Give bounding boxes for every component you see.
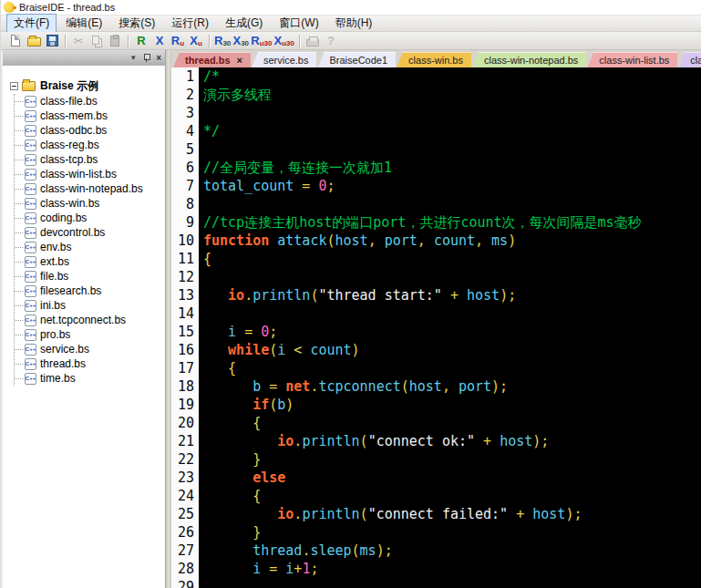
code-token [203, 488, 253, 504]
tree-item-class-win.bs[interactable]: C++class-win.bs [15, 196, 165, 211]
tree-item-label: ini.bs [40, 299, 66, 312]
tree-item-label: class-tcp.bs [40, 153, 98, 166]
tree-item-class-reg.bs[interactable]: C++class-reg.bs [15, 138, 165, 152]
code-token: ( [269, 397, 277, 413]
line-number: 29 [171, 578, 194, 588]
code-token: ); [500, 287, 516, 304]
line-number: 21 [171, 432, 194, 450]
code-token: i [277, 342, 285, 358]
code-viewport[interactable]: 1234567891011121314151617181920212223242… [171, 67, 701, 588]
tree-item-env.bs[interactable]: C++env.bs [15, 240, 165, 254]
tree-item-devcontrol.bs[interactable]: C++devcontrol.bs [15, 225, 165, 240]
code-token: b [253, 378, 261, 395]
tree-branch-line [15, 364, 23, 365]
tree-item-class-file.bs[interactable]: C++class-file.bs [15, 94, 165, 108]
tab-class-mem.bs[interactable]: class-mem.bs [678, 52, 701, 67]
tree-item-label: env.bs [40, 241, 71, 253]
code-token: { [228, 360, 236, 377]
tree-item-time.bs[interactable]: C++time.bs [15, 371, 165, 386]
tree-item-class-win-notepad.bs[interactable]: C++class-win-notepad.bs [15, 181, 165, 196]
menu-item-help[interactable]: 帮助(H) [328, 14, 380, 33]
source-file-icon: C++ [25, 198, 36, 210]
menu-item-file[interactable]: 文件(F) [6, 14, 57, 33]
panel-menu-icon[interactable]: ▼ [129, 55, 137, 62]
tree-root[interactable]: Braise 示例 [10, 78, 165, 94]
code-token: i [285, 561, 294, 577]
code-line: */ [203, 122, 701, 140]
tree-branch-line [15, 145, 23, 146]
open-file-button[interactable] [26, 33, 42, 49]
tab-BraiseCode1[interactable]: BraiseCode1 [317, 52, 396, 67]
tree-item-pro.bs[interactable]: C++pro.bs [15, 327, 165, 342]
tree-item-thread.bs[interactable]: C++thread.bs [15, 356, 165, 371]
line-number: 27 [171, 542, 194, 560]
tab-label: class-mem.bs [690, 55, 701, 66]
tree-item-filesearch.bs[interactable]: C++filesearch.bs [15, 284, 165, 298]
line-number: 8 [171, 195, 194, 213]
code-token: ); [376, 542, 393, 559]
code-token [203, 561, 253, 577]
line-number: 24 [171, 487, 194, 505]
panel-close-icon[interactable]: × [156, 54, 161, 63]
save-file-button[interactable] [44, 33, 60, 49]
tree-item-class-win-list.bs[interactable]: C++class-win-list.bs [15, 167, 165, 181]
tree-item-file.bs[interactable]: C++file.bs [15, 269, 165, 284]
tree-branch-line [15, 247, 23, 248]
menu-item-edit[interactable]: 编辑(E) [58, 14, 109, 33]
code-token [203, 360, 228, 377]
source-file-icon: C++ [25, 110, 36, 122]
tree-item-label: net.tcpconnect.bs [40, 314, 126, 326]
stop-user-30-button[interactable]: Xu30 [273, 33, 294, 49]
code-line: total_count = 0; [203, 177, 701, 195]
code-token: = [261, 561, 285, 577]
tree-item-class-mem.bs[interactable]: C++class-mem.bs [15, 108, 165, 123]
source-file-icon: C++ [25, 169, 36, 181]
run-button[interactable]: R [133, 33, 149, 49]
tree-item-ext.bs[interactable]: C++ext.bs [15, 254, 165, 269]
tree-branch-line [15, 203, 23, 204]
run-user-button[interactable]: Ru [170, 33, 186, 49]
code-token: "thread start:" [318, 287, 441, 304]
tab-class-win-list.bs[interactable]: class-win-list.bs [587, 52, 677, 67]
line-number-gutter: 1234567891011121314151617181920212223242… [171, 67, 199, 588]
menu-item-run[interactable]: 运行(R) [164, 14, 216, 33]
run-30-button[interactable]: R30 [214, 33, 231, 49]
tree-branch-line [15, 349, 23, 350]
tab-class-win.bs[interactable]: class-win.bs [397, 52, 471, 67]
sidebar-splitter[interactable] [165, 50, 171, 588]
code-token: /* [203, 68, 220, 85]
collapse-icon[interactable] [10, 82, 18, 90]
tree-item-class-odbc.bs[interactable]: C++class-odbc.bs [15, 123, 165, 138]
tree-item-ini.bs[interactable]: C++ini.bs [15, 298, 165, 313]
tab-thread.bs[interactable]: thread.bs× [173, 52, 251, 67]
tree-item-coding.bs[interactable]: C++coding.bs [15, 211, 165, 225]
stop-30-icon: X [233, 34, 242, 47]
code-token: { [253, 415, 261, 431]
source-file-icon: C++ [25, 96, 36, 108]
tab-service.bs[interactable]: service.bs [252, 52, 317, 67]
tree-item-label: class-win.bs [40, 197, 99, 210]
menu-item-build[interactable]: 生成(G) [218, 14, 270, 33]
tree-item-net.tcpconnect.bs[interactable]: C++net.tcpconnect.bs [15, 313, 165, 327]
tree-item-class-tcp.bs[interactable]: C++class-tcp.bs [15, 152, 165, 167]
stop-user-button[interactable]: Xu [188, 33, 204, 49]
tab-close-icon[interactable]: × [237, 55, 242, 66]
tree-item-service.bs[interactable]: C++service.bs [15, 342, 165, 356]
code-token: function [203, 232, 269, 249]
run-user-30-button[interactable]: Ru30 [251, 33, 272, 49]
line-number: 19 [171, 396, 194, 414]
menu-item-search[interactable]: 搜索(S) [111, 14, 162, 33]
stop-button[interactable]: X [151, 33, 168, 49]
pin-icon[interactable] [143, 54, 149, 62]
new-file-button[interactable] [7, 33, 24, 49]
line-number: 4 [171, 122, 194, 140]
menu-item-window[interactable]: 窗口(W) [272, 14, 325, 33]
tab-class-win-notepad.bs[interactable]: class-win-notepad.bs [472, 52, 586, 67]
code-area[interactable]: /*演示多线程*///全局变量，每连接一次就加1total_count = 0;… [199, 67, 701, 588]
tree-item-label: class-odbc.bs [40, 124, 107, 137]
line-number: 11 [171, 250, 194, 268]
code-token: port [385, 232, 418, 249]
stop-30-button[interactable]: X30 [232, 33, 249, 49]
code-token: ; [310, 561, 318, 577]
tree-branch-line [15, 101, 23, 102]
